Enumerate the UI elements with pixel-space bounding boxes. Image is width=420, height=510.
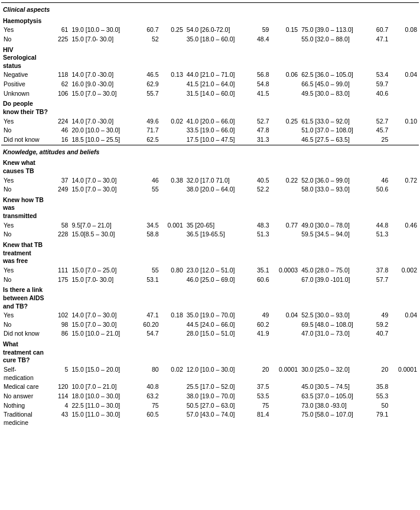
- data-cell: 46.0 [25.0 – 69.0]: [185, 275, 251, 285]
- row-label-cell: Yes: [1, 117, 52, 126]
- data-cell: 0.46: [390, 221, 419, 230]
- data-cell: 41.5 [21.0 – 64.0]: [185, 80, 251, 89]
- data-cell: 47.0 [31.0 – 73.0]: [299, 329, 370, 339]
- data-cell: 0.25: [271, 117, 299, 126]
- data-cell: 45.0 [30.5 – 74.5]: [299, 382, 370, 392]
- data-cell: [161, 80, 185, 89]
- data-cell: 67.0 [39.0 -101.0]: [299, 275, 370, 285]
- data-cell: 56.8: [251, 70, 271, 80]
- data-cell: 58.0 [33.0 – 93.0]: [299, 185, 370, 194]
- data-cell: 15.0 [7.0 – 30.0]: [70, 185, 136, 194]
- data-cell: 60.20: [136, 320, 160, 330]
- data-cell: 15.0 [10.0 – 21.0]: [70, 329, 136, 339]
- data-cell: 49: [251, 311, 271, 320]
- data-cell: [271, 329, 299, 339]
- data-cell: 60.2: [251, 320, 271, 330]
- data-cell: 50: [370, 401, 390, 411]
- table-row: No4620.0 [10.0 – 30.0]71.733.5 [19.0 – 6…: [1, 126, 419, 135]
- data-cell: 75: [251, 401, 271, 411]
- row-label-cell: Yes: [1, 221, 52, 230]
- data-cell: 52: [136, 35, 160, 44]
- data-cell: 58: [52, 221, 70, 230]
- data-cell: [271, 35, 299, 44]
- subsection-header: Do peopleknow their TB?: [1, 98, 419, 116]
- data-cell: 16: [52, 135, 70, 145]
- data-cell: 14.0 [7.0 -30.0]: [70, 117, 136, 126]
- data-cell: 98: [52, 320, 70, 330]
- data-cell: 0.25: [161, 25, 185, 35]
- data-cell: 224: [52, 117, 70, 126]
- table-row: Did not know1618.5 [10.0 – 25.5]62.517.5…: [1, 135, 419, 145]
- data-cell: 75: [136, 401, 160, 411]
- row-label-cell: Yes: [1, 311, 52, 320]
- data-cell: 35.0 [18.0 – 60.0]: [185, 35, 251, 44]
- data-cell: 111: [52, 266, 70, 275]
- data-cell: 0.04: [390, 311, 419, 320]
- data-cell: 20: [370, 365, 390, 382]
- data-cell: 59.7: [370, 80, 390, 89]
- data-cell: 60.7: [136, 25, 160, 35]
- data-cell: 225: [52, 35, 70, 44]
- data-cell: 18.0 [10.0 – 30.0]: [70, 392, 136, 401]
- data-cell: 0.001: [161, 221, 185, 230]
- main-table-container: Clinical aspectsHaemoptysisYes6119.0 [10…: [0, 0, 420, 430]
- table-row: Yes11115.0 [7.0 – 25.0]550.8023.0 [12.0 …: [1, 266, 419, 275]
- table-row: Yes3714.0 [7.0 – 30.0]460.3832.0 [17.0 7…: [1, 176, 419, 186]
- data-cell: 249: [52, 185, 70, 194]
- data-cell: 47.1: [370, 35, 390, 44]
- table-row: Self-medication515.0 [15.0 – 20.0]800.02…: [1, 365, 419, 382]
- data-cell: 55: [136, 266, 160, 275]
- data-cell: 15.0 [7.0- 30.0]: [70, 35, 136, 44]
- data-cell: 45.7: [370, 126, 390, 135]
- data-cell: 102: [52, 311, 70, 320]
- data-cell: 31.3: [251, 135, 271, 145]
- data-cell: [161, 392, 185, 401]
- data-cell: [271, 320, 299, 330]
- data-cell: 0.38: [161, 176, 185, 186]
- table-row: No9815.0 [7.0 – 30.0]60.2044.5 [24.0 – 6…: [1, 320, 419, 330]
- data-cell: 53.1: [136, 275, 160, 285]
- row-label-cell: Yes: [1, 176, 52, 186]
- data-cell: 0.04: [271, 311, 299, 320]
- data-cell: 52.7: [251, 117, 271, 126]
- data-cell: [271, 230, 299, 239]
- row-label-cell: No: [1, 126, 52, 135]
- data-cell: [271, 89, 299, 99]
- data-cell: 60.6: [251, 275, 271, 285]
- data-cell: [390, 329, 419, 339]
- data-cell: 49.5 [30.0 – 83.0]: [299, 89, 370, 99]
- data-cell: 0.0001: [390, 365, 419, 382]
- data-cell: 62.5 [36.0 – 105.0]: [299, 70, 370, 80]
- data-cell: [390, 230, 419, 239]
- row-label-cell: Negative: [1, 70, 52, 80]
- data-cell: 15.0 [7.0 – 30.0]: [70, 320, 136, 330]
- data-cell: 35 [20-65]: [185, 221, 251, 230]
- data-cell: 46: [52, 126, 70, 135]
- data-cell: 30.0 [25.0 – 32.0]: [299, 365, 370, 382]
- data-cell: 35.8: [370, 382, 390, 392]
- data-cell: 20.0 [10.0 – 30.0]: [70, 126, 136, 135]
- data-cell: [161, 320, 185, 330]
- table-row: No22515.0 [7.0- 30.0]5235.0 [18.0 – 60.0…: [1, 35, 419, 44]
- data-cell: 0.77: [271, 221, 299, 230]
- table-row: Medical care12010.0 [7.0 – 21.0]40.825.5…: [1, 382, 419, 392]
- data-cell: 47.8: [251, 126, 271, 135]
- data-cell: 54.8: [251, 80, 271, 89]
- data-cell: 40.7: [370, 329, 390, 339]
- table-row: Unknown10615.0 [7.0 – 30.0]55.731.5 [14.…: [1, 89, 419, 99]
- data-cell: [390, 392, 419, 401]
- row-label-cell: No: [1, 185, 52, 194]
- data-cell: 55.3: [370, 392, 390, 401]
- subsection-header: Knew whatcauses TB: [1, 157, 419, 176]
- data-cell: [390, 126, 419, 135]
- data-cell: 59: [251, 25, 271, 35]
- data-cell: 4: [52, 401, 70, 411]
- data-cell: 80: [136, 365, 160, 382]
- data-cell: 60.5: [136, 410, 160, 427]
- data-cell: [161, 126, 185, 135]
- data-cell: 0.18: [161, 311, 185, 320]
- data-cell: 50.6: [370, 185, 390, 194]
- data-cell: 59.5 [34.5 – 94.0]: [299, 230, 370, 239]
- data-cell: 86: [52, 329, 70, 339]
- data-cell: 12.0 [10.0 – 30.0]: [185, 365, 251, 382]
